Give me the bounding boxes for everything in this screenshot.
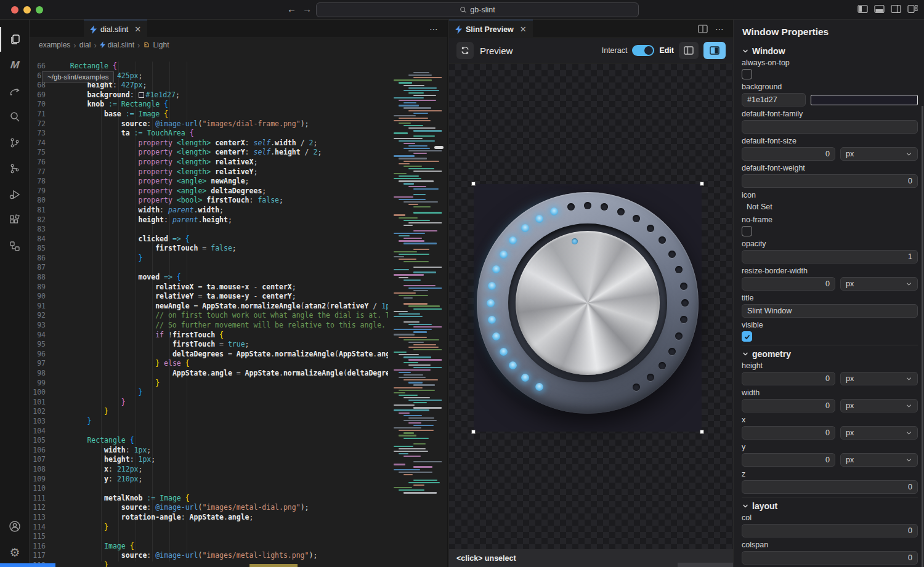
minimize-window-button[interactable]	[23, 6, 31, 14]
preview-toolbar: Preview Interact Edit	[449, 38, 733, 63]
prop-unit-select-x[interactable]: px	[840, 426, 918, 440]
prop-unit-select-y[interactable]: px	[840, 453, 918, 467]
section-geometry: geometryheight0pxwidth0pxx0pxy0pxz0	[742, 345, 918, 494]
section-header-geometry[interactable]: geometry	[742, 349, 918, 359]
layout-panel-bottom-icon[interactable]	[874, 4, 885, 14]
customize-layout-icon[interactable]	[907, 4, 918, 14]
search-icon[interactable]	[0, 105, 30, 129]
tab-dial-slint[interactable]: dial.slint ✕	[84, 20, 147, 38]
selection-handle-top-left[interactable]	[471, 182, 476, 186]
panel-scrollbar[interactable]	[922, 106, 923, 567]
code-editor[interactable]: 66 Rectangle {67 width: 425px;68 height:…	[30, 52, 447, 567]
minimap-content	[391, 66, 442, 567]
section-header-Window[interactable]: Window	[742, 46, 918, 56]
dial-image[interactable]	[477, 192, 699, 414]
slint-window-rect[interactable]	[474, 184, 702, 432]
source-control-alt-icon[interactable]	[0, 156, 30, 181]
settings-gear-icon[interactable]: ⚙	[0, 540, 30, 565]
prop-input-colspan[interactable]: 0	[742, 551, 918, 565]
explorer-icon[interactable]	[0, 27, 30, 52]
source-control-icon[interactable]	[0, 131, 30, 155]
preview-title: Preview	[480, 46, 513, 56]
prop-unit-select-height[interactable]: px	[840, 372, 918, 385]
selection-handle-top-right[interactable]	[700, 182, 704, 186]
breadcrumb-item-symbol-light[interactable]: Light	[143, 41, 169, 49]
prop-unit-select-resize-border-width[interactable]: px	[840, 277, 918, 291]
layout-panel-right-icon[interactable]	[891, 4, 901, 14]
prop-input-width[interactable]: 0	[742, 399, 835, 412]
dial-dot	[659, 362, 666, 369]
code-line: 100 }	[30, 388, 388, 398]
sidebar-right-button[interactable]	[703, 42, 726, 59]
references-icon[interactable]	[0, 234, 30, 259]
extensions-icon[interactable]	[0, 208, 30, 233]
prop-checkbox-always-on-top[interactable]	[742, 69, 752, 79]
prop-input-opacity[interactable]: 1	[742, 250, 918, 263]
slint-logo-icon	[90, 25, 97, 34]
interact-edit-toggle[interactable]	[632, 45, 654, 56]
prop-unit-select-width[interactable]: px	[840, 399, 918, 412]
slint-logo-icon	[100, 41, 105, 49]
minimap[interactable]	[391, 66, 442, 567]
prop-label: width	[742, 388, 918, 397]
layout-panel-left-icon[interactable]	[857, 4, 868, 14]
prop-unit-select-default-font-size[interactable]: px	[840, 147, 918, 161]
prop-field-col: col0	[742, 513, 918, 537]
code-line: 76 property <length> relativeX;	[30, 158, 388, 167]
prop-label: x	[742, 416, 918, 424]
dial-dot-lit	[521, 374, 529, 382]
close-icon[interactable]: ✕	[520, 25, 527, 34]
prop-checkbox-no-frame[interactable]	[742, 226, 752, 236]
close-window-button[interactable]	[11, 6, 18, 14]
account-icon[interactable]	[0, 514, 30, 539]
more-actions-icon[interactable]: ⋯	[715, 24, 724, 34]
prop-input-resize-border-width[interactable]: 0	[742, 277, 835, 291]
command-center-search[interactable]: gb-slint	[316, 2, 639, 17]
prop-input-z[interactable]: 0	[742, 480, 918, 494]
run-debug-icon[interactable]	[0, 182, 30, 207]
prop-input-default-font-family[interactable]	[742, 120, 918, 134]
search-icon	[460, 6, 467, 14]
chevron-down-icon	[906, 281, 912, 288]
navigate-back-icon[interactable]: ←	[287, 4, 296, 14]
breadcrumb-item-file[interactable]: dial.slint	[100, 41, 134, 49]
minimap-sash-handle[interactable]	[434, 146, 444, 149]
prop-input-default-font-weight[interactable]: 0	[742, 174, 918, 188]
breadcrumb-item-examples[interactable]: examples	[39, 41, 70, 49]
prop-field-opacity: opacity1	[742, 239, 918, 263]
prop-input-height[interactable]: 0	[742, 372, 835, 385]
prop-value-icon: Not Set	[742, 201, 918, 212]
remote-status-strip[interactable]	[0, 563, 55, 567]
editor-actions-more-icon[interactable]: ⋯	[429, 24, 439, 34]
prop-checkbox-visible[interactable]	[742, 331, 752, 342]
close-icon[interactable]: ✕	[134, 25, 141, 34]
navigate-forward-icon[interactable]: →	[302, 4, 312, 14]
color-swatch[interactable]	[811, 95, 918, 105]
prop-input-background[interactable]: #1e1d27	[742, 93, 806, 107]
prop-input-y[interactable]: 0	[742, 453, 835, 467]
horizontal-scrollbar[interactable]	[678, 563, 733, 567]
section-header-layout[interactable]: layout	[742, 501, 918, 511]
prop-input-col[interactable]: 0	[742, 524, 918, 537]
prop-field-visible: visible	[742, 321, 918, 342]
prop-input-title[interactable]: Slint Window	[742, 304, 918, 318]
titlebar: ← → gb-slint	[0, 0, 924, 20]
refresh-button[interactable]	[456, 42, 474, 59]
selection-handle-bottom-right[interactable]	[700, 430, 704, 434]
dial-dot	[633, 384, 640, 391]
layout-columns-button[interactable]	[679, 42, 699, 59]
zoom-window-button[interactable]	[36, 6, 43, 14]
split-editor-icon[interactable]	[698, 25, 708, 33]
m-extension-icon[interactable]: M	[0, 53, 30, 78]
chevron-right-icon: ›	[73, 41, 76, 50]
prop-input-x[interactable]: 0	[742, 426, 835, 440]
search-text: gb-slint	[470, 6, 495, 14]
dial-dot	[601, 203, 608, 211]
share-icon[interactable]	[0, 79, 30, 103]
prop-input-default-font-size[interactable]: 0	[742, 147, 835, 161]
preview-canvas[interactable]	[449, 64, 733, 549]
breadcrumb-item-dial[interactable]: dial	[79, 41, 91, 49]
tab-slint-preview[interactable]: Slint Preview ✕	[449, 20, 533, 38]
selection-handle-bottom-left[interactable]	[471, 430, 476, 434]
dial-dot	[647, 225, 654, 232]
